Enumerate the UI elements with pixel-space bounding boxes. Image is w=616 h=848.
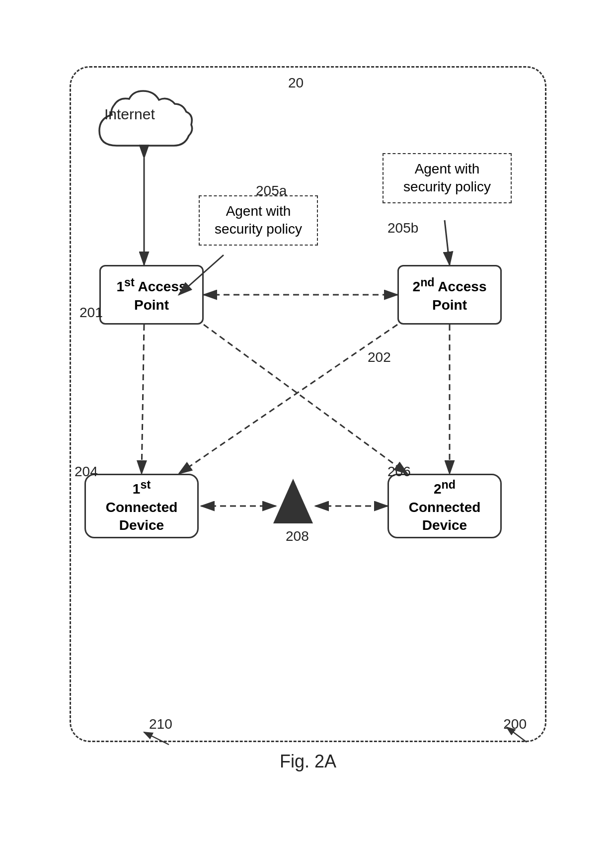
internet-label: Internet bbox=[104, 106, 155, 123]
dev1-label: 1st Connected Device bbox=[95, 477, 188, 535]
agent2-label: Agent withsecurity policy bbox=[403, 161, 491, 194]
ap2-box: 2nd Access Point bbox=[397, 265, 502, 325]
svg-line-16 bbox=[507, 727, 527, 742]
dev2-ref: 206 bbox=[387, 464, 411, 480]
ap2-label: 2nd Access Point bbox=[408, 275, 491, 314]
threat-icon bbox=[273, 479, 313, 525]
svg-line-14 bbox=[144, 732, 169, 745]
system-ref-arrow bbox=[134, 727, 174, 747]
outer-ref-arrow bbox=[497, 722, 537, 747]
agent2-box: Agent withsecurity policy bbox=[383, 153, 512, 203]
internet-ref: 20 bbox=[288, 75, 304, 91]
page: 20 Internet Agent withsecurity policy 20… bbox=[0, 0, 616, 848]
ap2-ref: 202 bbox=[368, 349, 391, 365]
agent1-ref: 205a bbox=[256, 183, 287, 199]
ap1-label: 1st Access Point bbox=[110, 275, 193, 314]
dev2-label: 2nd Connected Device bbox=[398, 477, 491, 535]
agent1-label: Agent withsecurity policy bbox=[215, 203, 302, 237]
svg-marker-0 bbox=[273, 479, 313, 523]
agent2-ref: 205b bbox=[387, 220, 418, 236]
dev1-ref: 204 bbox=[75, 464, 98, 480]
threat-ref: 208 bbox=[286, 528, 309, 544]
diagram-container: 20 Internet Agent withsecurity policy 20… bbox=[60, 56, 556, 792]
ap1-ref: 201 bbox=[79, 305, 103, 321]
dev2-box: 2nd Connected Device bbox=[387, 474, 502, 538]
agent1-box: Agent withsecurity policy bbox=[199, 195, 318, 246]
ap1-box: 1st Access Point bbox=[99, 265, 204, 325]
figure-label: Fig. 2A bbox=[280, 751, 336, 772]
dev1-box: 1st Connected Device bbox=[84, 474, 199, 538]
